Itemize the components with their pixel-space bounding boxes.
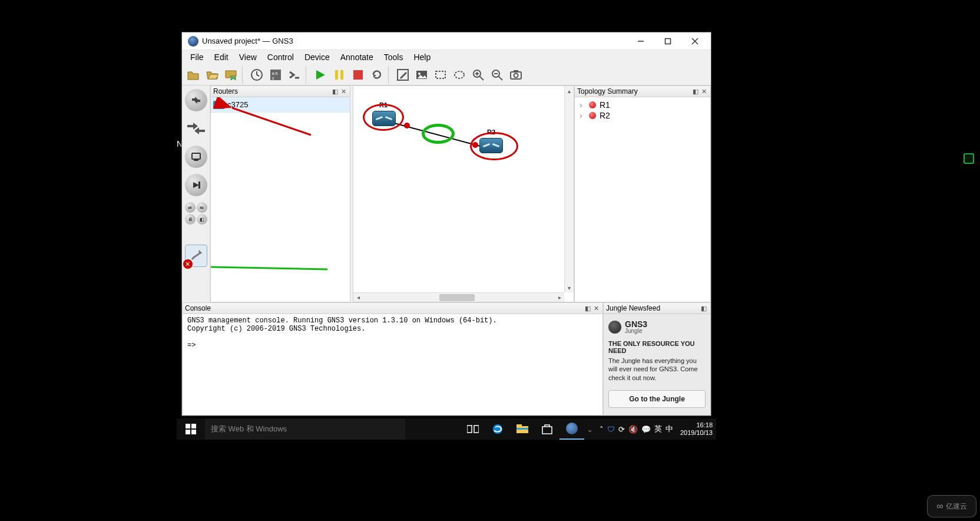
tray-notification-icon[interactable]: 💬 xyxy=(641,425,651,434)
svg-rect-34 xyxy=(191,424,196,428)
svg-line-32 xyxy=(210,267,327,269)
router-item[interactable]: c3725 xyxy=(211,97,350,113)
tray-ime2-icon[interactable]: 中 xyxy=(666,424,673,434)
expand-icon[interactable]: › xyxy=(580,111,585,120)
menu-device[interactable]: Device xyxy=(300,51,335,63)
taskbar-search[interactable]: 搜索 Web 和 Windows xyxy=(205,418,405,440)
security-devices-category-icon[interactable] xyxy=(184,173,208,197)
vertical-scrollbar[interactable]: ▴▾ xyxy=(564,86,574,292)
undock-icon[interactable]: ◧ xyxy=(584,304,592,312)
file-explorer-icon[interactable] xyxy=(510,418,535,440)
stop-all-icon[interactable] xyxy=(349,66,367,84)
device-category-bar: ⇄⇆🖥◧ ✕ xyxy=(182,85,210,302)
console-output[interactable]: GNS3 management console. Running GNS3 ve… xyxy=(182,314,603,416)
insert-image-icon[interactable] xyxy=(413,66,431,84)
topology-panel[interactable]: › R1 › R2 xyxy=(574,97,711,302)
show-names-icon[interactable]: a bc xyxy=(267,66,284,84)
system-tray[interactable]: ˄ 🛡 ⟳ 🔇 💬 英 中 xyxy=(596,424,677,434)
start-button[interactable] xyxy=(177,418,205,440)
menu-view[interactable]: View xyxy=(234,51,261,63)
close-panel-icon[interactable]: ✕ xyxy=(700,87,708,95)
menu-file[interactable]: File xyxy=(186,51,208,63)
svg-point-26 xyxy=(514,73,518,77)
horizontal-scrollbar[interactable]: ◂▸ xyxy=(353,292,564,302)
menu-annotate[interactable]: Annotate xyxy=(336,51,378,63)
draw-ellipse-icon[interactable] xyxy=(451,66,468,84)
edge-icon[interactable] xyxy=(485,418,510,440)
menu-edit[interactable]: Edit xyxy=(210,51,233,63)
newsfeed-headline: THE ONLY RESOURCE YOU NEED xyxy=(608,340,706,354)
routers-category-icon[interactable] xyxy=(184,88,208,113)
topology-item[interactable]: › R2 xyxy=(577,110,708,121)
store-icon[interactable] xyxy=(535,418,559,440)
gns3-logo-icon xyxy=(608,321,621,334)
maximize-button[interactable] xyxy=(654,33,681,50)
console-all-icon[interactable] xyxy=(286,66,303,84)
svg-rect-33 xyxy=(186,424,190,428)
topology-item-label: R2 xyxy=(600,111,610,120)
switches-category-icon[interactable] xyxy=(184,116,208,141)
routers-panel[interactable]: c3725 xyxy=(210,97,350,302)
menu-control[interactable]: Control xyxy=(263,51,299,63)
pause-all-icon[interactable] xyxy=(330,66,348,84)
search-placeholder: 搜索 Web 和 Windows xyxy=(211,424,287,434)
close-button[interactable] xyxy=(681,33,708,50)
menu-tools[interactable]: Tools xyxy=(379,51,408,63)
save-project-icon[interactable] xyxy=(222,66,240,84)
close-panel-icon[interactable]: ✕ xyxy=(592,304,600,312)
close-panel-icon[interactable]: ✕ xyxy=(339,87,347,95)
taskbar-clock[interactable]: 16:18 2019/10/13 xyxy=(677,421,716,437)
minimize-button[interactable] xyxy=(627,33,654,50)
go-to-jungle-button[interactable]: Go to the Jungle xyxy=(608,390,706,408)
screenshot-icon[interactable] xyxy=(507,66,525,84)
all-devices-category-icon[interactable]: ⇄⇆🖥◧ xyxy=(184,201,208,226)
taskbar-overflow-icon[interactable]: ⌄ xyxy=(584,418,596,440)
expand-icon[interactable]: › xyxy=(580,100,585,110)
svg-rect-29 xyxy=(194,160,198,161)
status-stopped-icon xyxy=(589,112,596,119)
annotate-text-icon[interactable] xyxy=(394,66,412,84)
newsfeed-panel-label: Jungle Newsfeed xyxy=(606,304,660,312)
undock-icon[interactable]: ◧ xyxy=(331,87,339,95)
undock-icon[interactable]: ◧ xyxy=(700,304,708,312)
reload-all-icon[interactable] xyxy=(368,66,386,84)
svg-rect-42 xyxy=(517,428,528,430)
console-panel-title[interactable]: Console ◧ ✕ xyxy=(182,302,603,314)
add-link-icon[interactable]: ✕ xyxy=(184,243,208,268)
topology-panel-title[interactable]: Topology Summary ◧ ✕ xyxy=(574,85,711,97)
svg-rect-41 xyxy=(517,424,522,427)
end-devices-category-icon[interactable] xyxy=(184,144,208,169)
running-app-icon[interactable] xyxy=(559,418,584,440)
titlebar[interactable]: Unsaved project* — GNS3 xyxy=(182,32,711,50)
tray-chevron-icon[interactable]: ˄ xyxy=(600,425,604,434)
menu-help[interactable]: Help xyxy=(409,51,435,63)
topology-canvas[interactable]: R1 R2 ▴▾ ◂▸ xyxy=(353,85,574,302)
annotation-ellipse xyxy=(363,104,404,131)
undock-icon[interactable]: ◧ xyxy=(691,87,700,95)
svg-point-15 xyxy=(418,72,421,75)
routers-panel-title[interactable]: Routers ◧ ✕ xyxy=(210,85,350,97)
start-all-icon[interactable] xyxy=(312,66,329,84)
tray-shield-icon[interactable]: 🛡 xyxy=(607,425,615,434)
windows-taskbar: 搜索 Web 和 Windows ⌄ ˄ 🛡 ⟳ 🔇 💬 英 中 16:18 2… xyxy=(177,418,716,440)
snapshot-icon[interactable] xyxy=(248,66,266,84)
watermark: ∞亿速云 xyxy=(927,495,976,517)
svg-rect-43 xyxy=(542,427,552,434)
tray-volume-icon[interactable]: 🔇 xyxy=(628,425,638,434)
zoom-in-icon[interactable] xyxy=(469,66,487,84)
tray-sync-icon[interactable]: ⟳ xyxy=(618,425,625,434)
svg-rect-12 xyxy=(353,70,363,80)
svg-rect-36 xyxy=(191,430,196,434)
new-project-icon[interactable] xyxy=(184,66,202,84)
tray-ime-icon[interactable]: 英 xyxy=(654,424,662,434)
window-title: Unsaved project* — GNS3 xyxy=(202,37,627,45)
newsfeed-panel-title[interactable]: Jungle Newsfeed ◧ xyxy=(603,302,711,314)
open-project-icon[interactable] xyxy=(203,66,221,84)
screen-indicator-icon xyxy=(964,153,974,164)
topology-item[interactable]: › R1 xyxy=(577,100,708,110)
draw-rect-icon[interactable] xyxy=(432,66,449,84)
task-view-icon[interactable] xyxy=(461,418,485,440)
console-panel-label: Console xyxy=(185,304,211,312)
svg-rect-10 xyxy=(335,70,338,80)
zoom-out-icon[interactable] xyxy=(488,66,506,84)
